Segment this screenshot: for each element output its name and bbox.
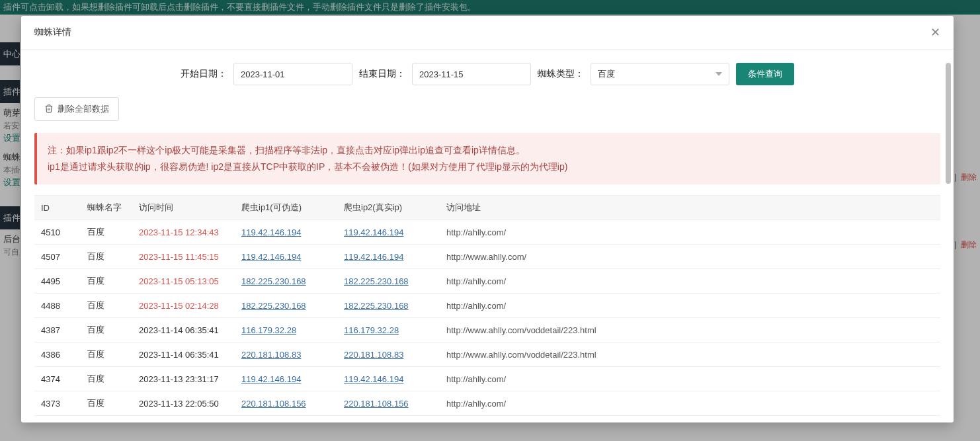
ip2-link[interactable]: 220.181.108.156 [344,399,409,409]
table-row: 4374百度2023-11-13 23:31:17119.42.146.1941… [34,367,940,391]
cell-ip1: 116.179.32.20 [235,416,337,422]
alert-line-2: ip1是通过请求头获取的ip，很容易伪造! ip2是直接从TCP中获取的IP，基… [48,159,930,175]
cell-ip2: 182.225.230.168 [337,269,440,294]
delete-all-label: 删除全部数据 [58,103,109,115]
cell-name: 百度 [81,220,132,245]
cell-time: 2023-11-14 06:35:41 [132,318,235,342]
col-name: 蜘蛛名字 [81,196,132,220]
start-date-input[interactable] [233,63,352,85]
ip1-link[interactable]: 119.42.146.194 [241,374,301,384]
cell-time: 2023-11-13 23:31:17 [132,367,235,391]
table-row: 4495百度2023-11-15 05:13:05182.225.230.168… [34,269,940,294]
alert-line-1: 注：如果ip1跟ip2不一样这个ip极大可能是采集器，扫描程序等非法ip，直接点… [48,142,930,159]
table-row: 4488百度2023-11-15 02:14:28182.225.230.168… [34,294,940,318]
col-time: 访问时间 [132,196,235,220]
cell-id: 4510 [34,220,81,245]
ip1-link[interactable]: 182.225.230.168 [241,276,306,286]
scrollbar-thumb[interactable] [946,63,951,184]
cell-time: 2023-11-15 11:45:15 [132,245,235,269]
ip1-link[interactable]: 220.181.108.83 [241,350,301,360]
cell-ip2: 116.179.32.28 [337,318,440,342]
ip1-link[interactable]: 119.42.146.194 [241,227,301,237]
cell-url: http://www.ahlly.com/ [440,245,940,269]
cell-ip2: 220.181.108.83 [337,342,440,367]
col-url: 访问地址 [440,196,940,220]
cell-ip2: 119.42.146.194 [337,245,440,269]
trash-icon [44,104,54,115]
cell-id: 4371 [34,416,81,422]
modal-title: 蜘蛛详情 [34,26,71,38]
modal-header: 蜘蛛详情 ✕ [21,16,954,50]
cell-name: 百度 [81,416,132,422]
spider-type-label: 蜘蛛类型： [538,68,584,80]
ip2-link[interactable]: 119.42.146.194 [344,374,403,384]
cell-id: 4373 [34,391,81,416]
cell-url: http://ahlly.com/ [440,220,940,245]
ip1-link[interactable]: 220.181.108.156 [241,399,306,409]
warning-alert: 注：如果ip1跟ip2不一样这个ip极大可能是采集器，扫描程序等非法ip，直接点… [34,133,940,184]
chevron-down-icon [715,72,722,76]
col-id: ID [34,196,81,220]
table-row: 4386百度2023-11-14 06:35:41220.181.108.832… [34,342,940,367]
cell-url: http://ahlly.com/ [440,294,940,318]
cell-url: http://www.ahlly.com/voddetail/223.html [440,318,940,342]
cell-name: 百度 [81,245,132,269]
cell-id: 4495 [34,269,81,294]
cell-time: 2023-11-15 02:14:28 [132,294,235,318]
cell-ip2: 182.225.230.168 [337,294,440,318]
ip2-link[interactable]: 119.42.146.194 [344,227,403,237]
cell-url: http://ahlly.com/ [440,367,940,391]
ip1-link[interactable]: 116.179.32.28 [241,325,296,335]
ip2-link[interactable]: 182.225.230.168 [344,301,409,311]
cell-name: 百度 [81,269,132,294]
scrollbar-track[interactable] [946,63,951,409]
delete-all-button[interactable]: 删除全部数据 [34,97,119,121]
cell-name: 百度 [81,342,132,367]
cell-url: http://ahlly.com/ [440,416,940,422]
ip1-link[interactable]: 182.225.230.168 [241,301,306,311]
col-ip2: 爬虫ip2(真实ip) [337,196,440,220]
cell-id: 4387 [34,318,81,342]
query-button[interactable]: 条件查询 [736,63,794,85]
cell-name: 百度 [81,294,132,318]
start-date-label: 开始日期： [181,68,227,80]
ip2-link[interactable]: 182.225.230.168 [344,276,409,286]
cell-time: 2023-11-15 05:13:05 [132,269,235,294]
cell-id: 4374 [34,367,81,391]
cell-ip1: 119.42.146.194 [235,220,337,245]
cell-ip1: 116.179.32.28 [235,318,337,342]
ip2-link[interactable]: 220.181.108.83 [344,350,403,360]
cell-ip2: 220.181.108.156 [337,391,440,416]
spider-detail-modal: 蜘蛛详情 ✕ 开始日期： 结束日期： 蜘蛛类型： 百度 条件查询 删除全部数据 … [21,16,954,422]
cell-ip1: 119.42.146.194 [235,367,337,391]
spider-log-table: ID 蜘蛛名字 访问时间 爬虫ip1(可伪造) 爬虫ip2(真实ip) 访问地址… [34,195,940,422]
cell-ip2: 119.42.146.194 [337,367,440,391]
cell-ip1: 220.181.108.156 [235,391,337,416]
col-ip1: 爬虫ip1(可伪造) [235,196,337,220]
cell-name: 百度 [81,367,132,391]
ip1-link[interactable]: 119.42.146.194 [241,252,301,262]
close-icon[interactable]: ✕ [930,25,940,40]
spider-type-select[interactable]: 百度 [591,63,729,85]
cell-time: 2023-11-13 22:05:50 [132,391,235,416]
cell-ip1: 182.225.230.168 [235,269,337,294]
cell-ip1: 182.225.230.168 [235,294,337,318]
cell-ip1: 119.42.146.194 [235,245,337,269]
ip2-link[interactable]: 116.179.32.28 [344,325,399,335]
cell-ip2: 116.179.32.20 [337,416,440,422]
cell-time: 2023-11-14 06:35:41 [132,342,235,367]
end-date-input[interactable] [412,63,531,85]
cell-id: 4507 [34,245,81,269]
cell-ip1: 220.181.108.83 [235,342,337,367]
cell-url: http://www.ahlly.com/voddetail/223.html [440,342,940,367]
cell-time: 2023-11-13 21:44:07 [132,416,235,422]
filter-bar: 开始日期： 结束日期： 蜘蛛类型： 百度 条件查询 [34,63,940,85]
cell-url: http://ahlly.com/ [440,269,940,294]
table-row: 4371百度2023-11-13 21:44:07116.179.32.2011… [34,416,940,422]
table-row: 4373百度2023-11-13 22:05:50220.181.108.156… [34,391,940,416]
cell-time: 2023-11-15 12:34:43 [132,220,235,245]
cell-id: 4488 [34,294,81,318]
cell-id: 4386 [34,342,81,367]
ip2-link[interactable]: 119.42.146.194 [344,252,403,262]
cell-ip2: 119.42.146.194 [337,220,440,245]
